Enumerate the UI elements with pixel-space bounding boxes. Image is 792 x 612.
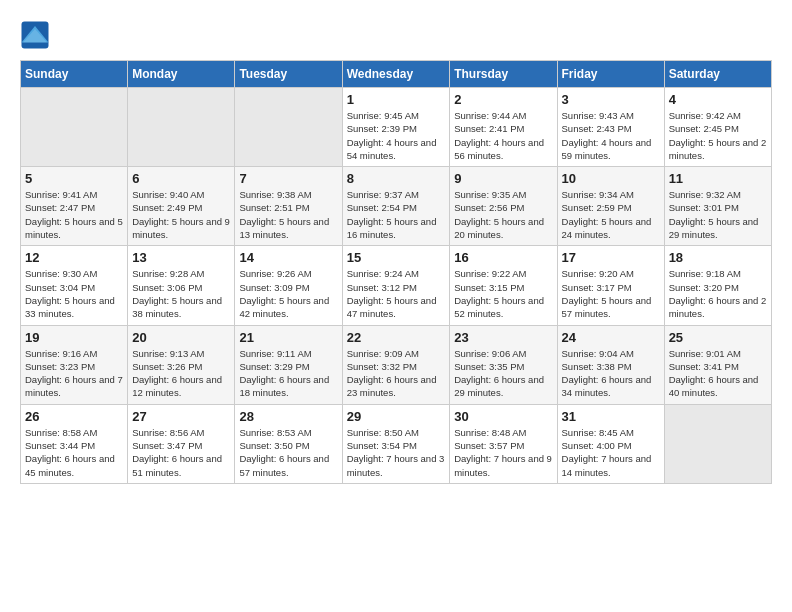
- day-info: Sunrise: 9:38 AM Sunset: 2:51 PM Dayligh…: [239, 188, 337, 241]
- day-number: 15: [347, 250, 446, 265]
- day-number: 25: [669, 330, 767, 345]
- day-info: Sunrise: 9:32 AM Sunset: 3:01 PM Dayligh…: [669, 188, 767, 241]
- calendar-header-friday: Friday: [557, 61, 664, 88]
- day-info: Sunrise: 9:34 AM Sunset: 2:59 PM Dayligh…: [562, 188, 660, 241]
- calendar-header-row: SundayMondayTuesdayWednesdayThursdayFrid…: [21, 61, 772, 88]
- day-info: Sunrise: 9:28 AM Sunset: 3:06 PM Dayligh…: [132, 267, 230, 320]
- day-number: 17: [562, 250, 660, 265]
- day-number: 5: [25, 171, 123, 186]
- day-number: 3: [562, 92, 660, 107]
- day-info: Sunrise: 9:44 AM Sunset: 2:41 PM Dayligh…: [454, 109, 552, 162]
- calendar-cell: 15Sunrise: 9:24 AM Sunset: 3:12 PM Dayli…: [342, 246, 450, 325]
- calendar-cell: 26Sunrise: 8:58 AM Sunset: 3:44 PM Dayli…: [21, 404, 128, 483]
- calendar-week-row: 5Sunrise: 9:41 AM Sunset: 2:47 PM Daylig…: [21, 167, 772, 246]
- day-number: 21: [239, 330, 337, 345]
- day-number: 6: [132, 171, 230, 186]
- day-number: 31: [562, 409, 660, 424]
- day-info: Sunrise: 9:40 AM Sunset: 2:49 PM Dayligh…: [132, 188, 230, 241]
- calendar-cell: 18Sunrise: 9:18 AM Sunset: 3:20 PM Dayli…: [664, 246, 771, 325]
- day-info: Sunrise: 9:45 AM Sunset: 2:39 PM Dayligh…: [347, 109, 446, 162]
- day-number: 24: [562, 330, 660, 345]
- day-number: 13: [132, 250, 230, 265]
- calendar-week-row: 19Sunrise: 9:16 AM Sunset: 3:23 PM Dayli…: [21, 325, 772, 404]
- calendar-cell: 27Sunrise: 8:56 AM Sunset: 3:47 PM Dayli…: [128, 404, 235, 483]
- calendar-cell: 1Sunrise: 9:45 AM Sunset: 2:39 PM Daylig…: [342, 88, 450, 167]
- calendar-cell: 29Sunrise: 8:50 AM Sunset: 3:54 PM Dayli…: [342, 404, 450, 483]
- day-info: Sunrise: 8:48 AM Sunset: 3:57 PM Dayligh…: [454, 426, 552, 479]
- calendar-cell: 19Sunrise: 9:16 AM Sunset: 3:23 PM Dayli…: [21, 325, 128, 404]
- day-info: Sunrise: 9:30 AM Sunset: 3:04 PM Dayligh…: [25, 267, 123, 320]
- day-number: 26: [25, 409, 123, 424]
- day-info: Sunrise: 9:37 AM Sunset: 2:54 PM Dayligh…: [347, 188, 446, 241]
- calendar: SundayMondayTuesdayWednesdayThursdayFrid…: [20, 60, 772, 484]
- day-info: Sunrise: 9:11 AM Sunset: 3:29 PM Dayligh…: [239, 347, 337, 400]
- day-number: 11: [669, 171, 767, 186]
- day-info: Sunrise: 9:16 AM Sunset: 3:23 PM Dayligh…: [25, 347, 123, 400]
- day-number: 4: [669, 92, 767, 107]
- day-info: Sunrise: 9:20 AM Sunset: 3:17 PM Dayligh…: [562, 267, 660, 320]
- day-number: 29: [347, 409, 446, 424]
- calendar-cell: 16Sunrise: 9:22 AM Sunset: 3:15 PM Dayli…: [450, 246, 557, 325]
- calendar-cell: 24Sunrise: 9:04 AM Sunset: 3:38 PM Dayli…: [557, 325, 664, 404]
- calendar-week-row: 12Sunrise: 9:30 AM Sunset: 3:04 PM Dayli…: [21, 246, 772, 325]
- calendar-cell: [21, 88, 128, 167]
- logo: [20, 20, 54, 50]
- day-info: Sunrise: 9:43 AM Sunset: 2:43 PM Dayligh…: [562, 109, 660, 162]
- calendar-cell: [235, 88, 342, 167]
- calendar-cell: 9Sunrise: 9:35 AM Sunset: 2:56 PM Daylig…: [450, 167, 557, 246]
- day-info: Sunrise: 9:26 AM Sunset: 3:09 PM Dayligh…: [239, 267, 337, 320]
- calendar-cell: 13Sunrise: 9:28 AM Sunset: 3:06 PM Dayli…: [128, 246, 235, 325]
- calendar-cell: 8Sunrise: 9:37 AM Sunset: 2:54 PM Daylig…: [342, 167, 450, 246]
- calendar-cell: [664, 404, 771, 483]
- calendar-cell: 20Sunrise: 9:13 AM Sunset: 3:26 PM Dayli…: [128, 325, 235, 404]
- calendar-cell: 17Sunrise: 9:20 AM Sunset: 3:17 PM Dayli…: [557, 246, 664, 325]
- logo-icon: [20, 20, 50, 50]
- calendar-cell: 11Sunrise: 9:32 AM Sunset: 3:01 PM Dayli…: [664, 167, 771, 246]
- day-number: 19: [25, 330, 123, 345]
- calendar-header-thursday: Thursday: [450, 61, 557, 88]
- day-number: 16: [454, 250, 552, 265]
- day-info: Sunrise: 9:09 AM Sunset: 3:32 PM Dayligh…: [347, 347, 446, 400]
- day-number: 28: [239, 409, 337, 424]
- calendar-header-wednesday: Wednesday: [342, 61, 450, 88]
- day-number: 12: [25, 250, 123, 265]
- calendar-cell: 6Sunrise: 9:40 AM Sunset: 2:49 PM Daylig…: [128, 167, 235, 246]
- calendar-header-sunday: Sunday: [21, 61, 128, 88]
- day-number: 9: [454, 171, 552, 186]
- calendar-cell: 22Sunrise: 9:09 AM Sunset: 3:32 PM Dayli…: [342, 325, 450, 404]
- day-info: Sunrise: 9:42 AM Sunset: 2:45 PM Dayligh…: [669, 109, 767, 162]
- day-number: 20: [132, 330, 230, 345]
- calendar-cell: [128, 88, 235, 167]
- calendar-header-tuesday: Tuesday: [235, 61, 342, 88]
- calendar-cell: 25Sunrise: 9:01 AM Sunset: 3:41 PM Dayli…: [664, 325, 771, 404]
- calendar-cell: 28Sunrise: 8:53 AM Sunset: 3:50 PM Dayli…: [235, 404, 342, 483]
- day-info: Sunrise: 8:53 AM Sunset: 3:50 PM Dayligh…: [239, 426, 337, 479]
- day-number: 14: [239, 250, 337, 265]
- calendar-cell: 31Sunrise: 8:45 AM Sunset: 4:00 PM Dayli…: [557, 404, 664, 483]
- day-number: 30: [454, 409, 552, 424]
- calendar-cell: 21Sunrise: 9:11 AM Sunset: 3:29 PM Dayli…: [235, 325, 342, 404]
- calendar-cell: 23Sunrise: 9:06 AM Sunset: 3:35 PM Dayli…: [450, 325, 557, 404]
- calendar-header-saturday: Saturday: [664, 61, 771, 88]
- calendar-week-row: 26Sunrise: 8:58 AM Sunset: 3:44 PM Dayli…: [21, 404, 772, 483]
- calendar-week-row: 1Sunrise: 9:45 AM Sunset: 2:39 PM Daylig…: [21, 88, 772, 167]
- calendar-cell: 3Sunrise: 9:43 AM Sunset: 2:43 PM Daylig…: [557, 88, 664, 167]
- calendar-cell: 30Sunrise: 8:48 AM Sunset: 3:57 PM Dayli…: [450, 404, 557, 483]
- day-info: Sunrise: 9:41 AM Sunset: 2:47 PM Dayligh…: [25, 188, 123, 241]
- day-info: Sunrise: 9:22 AM Sunset: 3:15 PM Dayligh…: [454, 267, 552, 320]
- calendar-cell: 10Sunrise: 9:34 AM Sunset: 2:59 PM Dayli…: [557, 167, 664, 246]
- day-info: Sunrise: 9:35 AM Sunset: 2:56 PM Dayligh…: [454, 188, 552, 241]
- day-info: Sunrise: 9:04 AM Sunset: 3:38 PM Dayligh…: [562, 347, 660, 400]
- calendar-cell: 14Sunrise: 9:26 AM Sunset: 3:09 PM Dayli…: [235, 246, 342, 325]
- day-info: Sunrise: 9:06 AM Sunset: 3:35 PM Dayligh…: [454, 347, 552, 400]
- day-info: Sunrise: 8:45 AM Sunset: 4:00 PM Dayligh…: [562, 426, 660, 479]
- day-number: 18: [669, 250, 767, 265]
- day-number: 1: [347, 92, 446, 107]
- day-number: 10: [562, 171, 660, 186]
- day-number: 7: [239, 171, 337, 186]
- day-number: 8: [347, 171, 446, 186]
- day-info: Sunrise: 8:56 AM Sunset: 3:47 PM Dayligh…: [132, 426, 230, 479]
- calendar-cell: 7Sunrise: 9:38 AM Sunset: 2:51 PM Daylig…: [235, 167, 342, 246]
- day-info: Sunrise: 9:13 AM Sunset: 3:26 PM Dayligh…: [132, 347, 230, 400]
- day-number: 27: [132, 409, 230, 424]
